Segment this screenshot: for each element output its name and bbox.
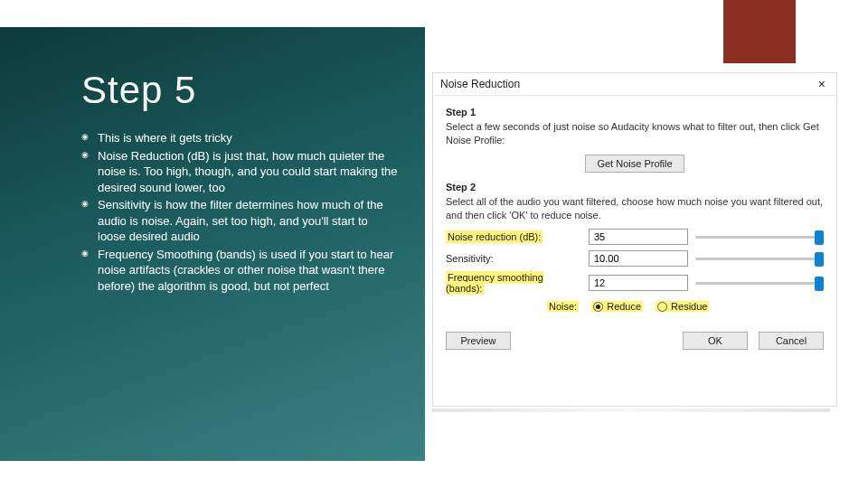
cancel-button[interactable]: Cancel [759,332,824,350]
radio-icon [657,302,667,312]
noise-reduction-row: Noise reduction (dB): [446,229,824,245]
sensitivity-label: Sensitivity: [446,253,581,264]
bullet-item: Frequency Smoothing (bands) is used if y… [81,247,398,295]
reduce-radio[interactable]: Reduce [591,301,643,312]
dialog-button-row: Preview OK Cancel [446,324,824,350]
bullet-item: This is where it gets tricky [81,130,398,146]
accent-bar [723,0,796,63]
bullet-item: Noise Reduction (dB) is just that, how m… [81,148,398,196]
reduce-label: Reduce [607,301,641,312]
preview-button[interactable]: Preview [446,332,511,350]
step1-label: Step 1 [446,107,824,117]
step2-label: Step 2 [446,182,824,192]
sensitivity-row: Sensitivity: [446,250,824,267]
slide-bullets: This is where it gets tricky Noise Reduc… [81,130,398,294]
step2-text: Select all of the audio you want filtere… [446,195,824,222]
noise-reduction-input[interactable] [589,229,688,245]
bullet-item: Sensitivity is how the filter determines… [81,197,398,245]
noise-reduction-label: Noise reduction (dB): [446,230,542,243]
slide-title: Step 5 [81,69,398,112]
dialog-titlebar: Noise Reduction × [433,73,836,96]
sensitivity-slider[interactable] [695,250,824,267]
dialog-title: Noise Reduction [440,78,520,90]
radio-icon [593,302,603,312]
noise-reduction-dialog: Noise Reduction × Step 1 Select a few se… [432,72,837,407]
get-noise-profile-button[interactable]: Get Noise Profile [585,155,684,173]
residue-label: Residue [671,301,707,312]
step1-text: Select a few seconds of just noise so Au… [446,120,824,147]
noise-mode-label: Noise: [547,301,579,312]
smoothing-slider[interactable] [695,275,824,291]
noise-mode-row: Noise: Reduce Residue [547,301,824,312]
smoothing-label: Frequency smoothing (bands): [446,271,543,295]
ok-button[interactable]: OK [683,332,748,350]
smoothing-row: Frequency smoothing (bands): [446,272,824,294]
smoothing-input[interactable] [589,275,688,291]
noise-reduction-slider[interactable] [695,229,824,245]
close-icon[interactable]: × [815,77,829,91]
slide-panel: Step 5 This is where it gets tricky Nois… [0,27,425,461]
sensitivity-input[interactable] [589,250,688,267]
residue-radio[interactable]: Residue [656,301,709,312]
dialog-shadow [432,408,830,412]
